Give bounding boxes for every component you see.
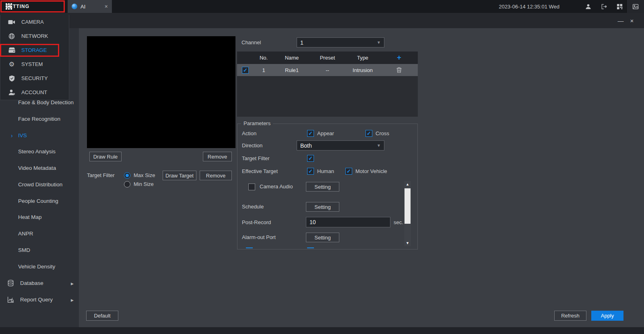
tab-ai[interactable]: AI × (68, 0, 112, 13)
sidebar-item-heat-map[interactable]: Heat Map (0, 212, 79, 222)
appear-label: Appear (317, 129, 334, 138)
ai-tab-icon (72, 4, 77, 9)
database-icon (7, 280, 14, 287)
header-no: No. (254, 52, 274, 64)
remove-target-button[interactable]: Remove (200, 171, 232, 180)
storage-icon (8, 47, 15, 53)
account-icon (8, 89, 15, 95)
scroll-down-icon[interactable]: ▼ (404, 240, 411, 246)
partial-checkbox (307, 247, 314, 249)
caret-down-icon: ▾ (605, 4, 607, 8)
human-label: Human (317, 167, 334, 176)
minimize-button[interactable]: — (616, 13, 625, 28)
refresh-button[interactable]: Refresh (554, 311, 586, 321)
user-icon[interactable] (581, 0, 595, 13)
header-preset: Preset (310, 52, 345, 64)
menu-item-security[interactable]: SECURITY (0, 71, 69, 85)
close-button[interactable]: × (627, 13, 637, 28)
window-titlebar: — × (0, 13, 644, 28)
scrollbar-thumb[interactable] (405, 188, 411, 224)
sidebar-item-people-counting[interactable]: People Counting (0, 196, 79, 206)
chevron-down-icon: ▼ (377, 40, 381, 45)
screenshot-icon[interactable] (626, 0, 644, 13)
sidebar-item-crowd-distribution[interactable]: Crowd Distribution (0, 180, 79, 190)
post-record-input[interactable] (306, 217, 390, 227)
tab-close-icon[interactable]: × (105, 3, 108, 10)
param-target-filter-label: Target Filter (242, 154, 270, 163)
motor-vehicle-label: Motor Vehicle (355, 167, 387, 176)
sec-label: sec. (394, 218, 403, 227)
sidebar-item-smd[interactable]: SMD (0, 245, 79, 255)
menu-item-account[interactable]: ACCOUNT (0, 85, 69, 99)
submenu-arrow-icon: ▶ (71, 295, 74, 305)
header-type: Type (345, 52, 380, 64)
max-size-radio[interactable] (124, 172, 130, 179)
menu-item-network[interactable]: NETWORK (0, 29, 69, 43)
bottom-strip (0, 327, 644, 334)
direction-value: Both (300, 142, 377, 149)
table-row[interactable]: 1 Rule1 -- Intrusion (237, 64, 418, 76)
partial-checkbox (246, 247, 253, 249)
draw-rule-button[interactable]: Draw Rule (89, 152, 122, 161)
sidebar-item-report-query[interactable]: Report Query ▶ (0, 295, 79, 305)
shield-icon (9, 75, 15, 82)
sidebar-item-anpr[interactable]: ANPR (0, 229, 79, 239)
channel-label: Channel (242, 38, 261, 47)
draw-target-button[interactable]: Draw Target (163, 171, 196, 180)
schedule-label: Schedule (242, 202, 264, 212)
sidebar-item-database[interactable]: Database ▶ (0, 278, 79, 288)
menu-item-storage[interactable]: STORAGE (0, 43, 69, 57)
cross-label: Cross (376, 129, 389, 138)
default-button[interactable]: Default (86, 311, 118, 321)
appear-checkbox[interactable] (307, 130, 314, 137)
direction-dropdown[interactable]: Both ▼ (297, 140, 384, 151)
sidebar-item-stereo-analysis[interactable]: Stereo Analysis (0, 147, 79, 157)
target-filter-checkbox[interactable] (307, 155, 314, 162)
menu-item-camera[interactable]: CAMERA (0, 15, 69, 29)
parameters-title: Parameters (241, 120, 273, 126)
sidebar-item-vehicle-density[interactable]: Vehicle Density (0, 262, 79, 272)
screen: Draw Rule Remove Target Filter Max Size … (0, 0, 644, 334)
camera-audio-label: Camera Audio (260, 182, 293, 192)
alarm-out-setting-button[interactable]: Setting (306, 233, 339, 242)
setting-dropdown-menu: CAMERA NETWORK STORAGE ⚙ SYSTEM SECURITY… (0, 15, 69, 100)
sidebar-item-face-recognition[interactable]: Face Recognition (0, 114, 79, 124)
active-arrow-icon: › (11, 131, 13, 140)
setting-menu-button[interactable]: SETTING (0, 0, 65, 13)
video-preview[interactable] (87, 36, 235, 148)
logout-icon[interactable]: ▾ (595, 0, 613, 13)
sidebar-item-ivs[interactable]: ›IVS (0, 131, 79, 140)
table-header-row: No. Name Preset Type + (237, 52, 418, 64)
parameters-scrollbar[interactable]: ▲ ▼ (404, 181, 411, 246)
remove-rule-button[interactable]: Remove (203, 152, 232, 161)
max-size-label: Max Size (134, 171, 155, 180)
add-rule-button[interactable]: + (380, 52, 418, 64)
apply-button[interactable]: Apply (591, 311, 623, 321)
header-name: Name (274, 52, 310, 64)
sidebar-item-video-metadata[interactable]: Video Metadata (0, 163, 79, 173)
human-checkbox[interactable] (307, 168, 314, 175)
qr-code-icon[interactable] (613, 0, 626, 13)
target-filter-label: Target Filter (87, 171, 115, 180)
direction-label: Direction (242, 141, 262, 151)
camera-audio-checkbox[interactable] (248, 183, 255, 190)
row-checkbox[interactable] (242, 67, 249, 74)
delete-rule-button[interactable] (380, 64, 418, 76)
camera-audio-setting-button[interactable]: Setting (306, 182, 339, 192)
cell-name: Rule1 (274, 64, 310, 76)
menu-item-system[interactable]: ⚙ SYSTEM (0, 57, 69, 71)
header-checkbox-col (237, 52, 254, 64)
cell-preset: -- (310, 64, 345, 76)
scroll-up-icon[interactable]: ▲ (404, 181, 411, 188)
channel-dropdown[interactable]: 1 ▼ (297, 37, 384, 47)
topbar-icons: ▾ (581, 0, 644, 13)
trash-icon (396, 67, 402, 73)
motor-vehicle-checkbox[interactable] (345, 168, 352, 175)
top-bar: SETTING AI × 2023-06-14 12:35:01 Wed ▾ (0, 0, 644, 13)
min-size-radio[interactable] (124, 181, 130, 188)
network-icon (8, 33, 15, 39)
cross-checkbox[interactable] (365, 130, 372, 137)
alarm-out-label: Alarm-out Port (242, 233, 276, 242)
schedule-setting-button[interactable]: Setting (306, 202, 339, 212)
channel-value: 1 (300, 39, 377, 46)
